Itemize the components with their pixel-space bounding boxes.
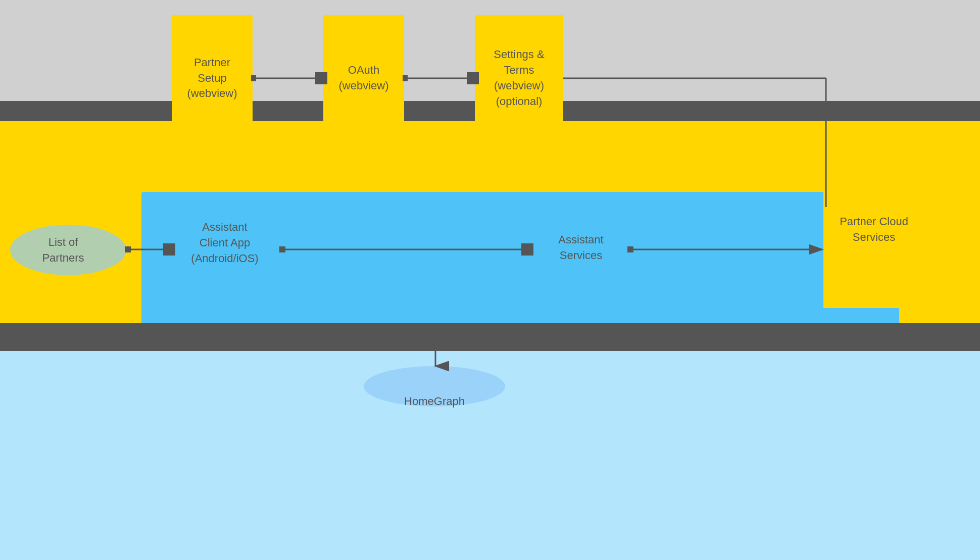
list-of-partners-label: List ofPartners <box>28 235 99 266</box>
settings-label: Settings & Terms (webview) (optional) <box>485 47 553 109</box>
homegraph-label: HomeGraph <box>384 394 485 410</box>
dark-bar-bottom <box>0 323 980 351</box>
oauth-label: OAuth (webview) <box>333 63 394 94</box>
partner-cloud-label: Partner Cloud Services <box>834 214 914 245</box>
partner-setup-box: Partner Setup (webview) <box>172 15 253 141</box>
assistant-client-label: AssistantClient App(Android/iOS) <box>174 220 275 266</box>
oauth-box: OAuth (webview) <box>323 15 404 141</box>
assistant-services-label: AssistantServices <box>530 232 631 264</box>
partner-cloud-box: Partner Cloud Services <box>823 151 924 308</box>
partner-setup-label: Partner Setup (webview) <box>182 55 242 101</box>
settings-box: Settings & Terms (webview) (optional) <box>475 15 563 141</box>
